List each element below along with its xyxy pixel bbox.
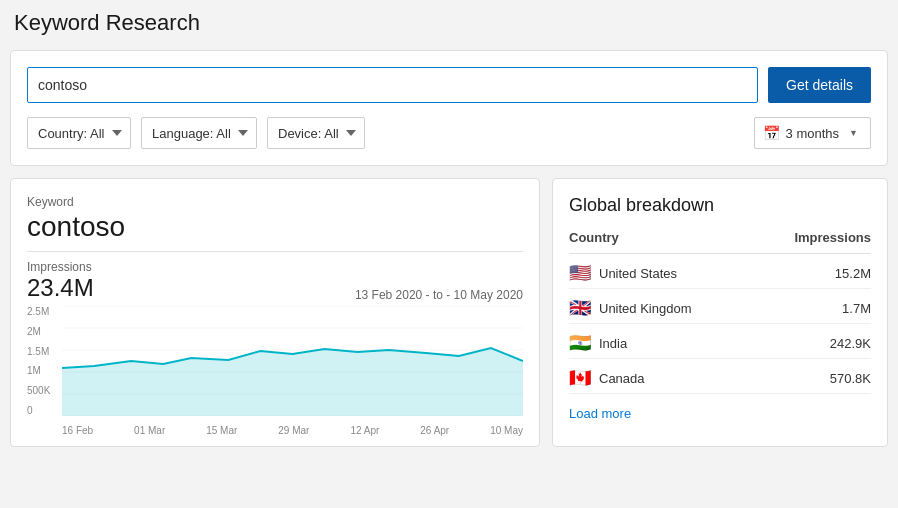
- calendar-icon: 📅: [763, 125, 780, 141]
- keyword-label: Keyword: [27, 195, 523, 209]
- keyword-value: contoso: [27, 211, 523, 243]
- col-impressions: Impressions: [755, 230, 871, 254]
- country-cell: 🇨🇦 Canada: [569, 359, 755, 394]
- flag-icon: 🇨🇦: [569, 369, 591, 387]
- y-label: 1M: [27, 365, 62, 376]
- impressions-cell: 242.9K: [755, 324, 871, 359]
- global-table: Country Impressions 🇺🇸 United States 15.…: [569, 230, 871, 394]
- device-filter[interactable]: Device: All: [267, 117, 365, 149]
- flag-icon: 🇮🇳: [569, 334, 591, 352]
- y-label: 1.5M: [27, 346, 62, 357]
- language-filter[interactable]: Language: All: [141, 117, 257, 149]
- x-label: 12 Apr: [350, 425, 379, 436]
- table-row: 🇨🇦 Canada 570.8K: [569, 359, 871, 394]
- chart-svg: [62, 306, 523, 416]
- keyword-card: Keyword contoso Impressions 23.4M 13 Feb…: [10, 178, 540, 447]
- flag-icon: 🇺🇸: [569, 264, 591, 282]
- date-label: 3 months: [786, 126, 839, 141]
- chart-area: 2.5M 2M 1.5M 1M 500K 0: [27, 306, 523, 436]
- chart-y-labels: 2.5M 2M 1.5M 1M 500K 0: [27, 306, 62, 416]
- table-row: 🇬🇧 United Kingdom 1.7M: [569, 289, 871, 324]
- filter-row: Country: All Language: All Device: All 📅…: [27, 117, 871, 149]
- get-details-button[interactable]: Get details: [768, 67, 871, 103]
- impressions-row: Impressions 23.4M 13 Feb 2020 - to - 10 …: [27, 260, 523, 302]
- country-name: United Kingdom: [599, 301, 692, 316]
- x-label: 16 Feb: [62, 425, 93, 436]
- global-card: Global breakdown Country Impressions 🇺🇸 …: [552, 178, 888, 447]
- search-input[interactable]: [27, 67, 758, 103]
- x-label: 01 Mar: [134, 425, 165, 436]
- country-cell: 🇬🇧 United Kingdom: [569, 289, 755, 324]
- table-row: 🇺🇸 United States 15.2M: [569, 254, 871, 289]
- country-filter[interactable]: Country: All: [27, 117, 131, 149]
- y-label: 2M: [27, 326, 62, 337]
- chart-x-labels: 16 Feb 01 Mar 15 Mar 29 Mar 12 Apr 26 Ap…: [62, 425, 523, 436]
- impressions-block: Impressions 23.4M: [27, 260, 94, 302]
- y-label: 0: [27, 405, 62, 416]
- impressions-value: 23.4M: [27, 274, 94, 302]
- country-name: United States: [599, 266, 677, 281]
- page-title: Keyword Research: [10, 10, 888, 36]
- x-label: 26 Apr: [420, 425, 449, 436]
- impressions-label: Impressions: [27, 260, 94, 274]
- search-card: Get details Country: All Language: All D…: [10, 50, 888, 166]
- chevron-down-icon: ▼: [849, 128, 858, 138]
- impressions-cell: 1.7M: [755, 289, 871, 324]
- bottom-row: Keyword contoso Impressions 23.4M 13 Feb…: [10, 178, 888, 447]
- date-picker[interactable]: 📅 3 months ▼: [754, 117, 871, 149]
- impressions-cell: 15.2M: [755, 254, 871, 289]
- x-label: 10 May: [490, 425, 523, 436]
- y-label: 500K: [27, 385, 62, 396]
- global-title: Global breakdown: [569, 195, 871, 216]
- country-name: Canada: [599, 371, 645, 386]
- country-name: India: [599, 336, 627, 351]
- date-range: 13 Feb 2020 - to - 10 May 2020: [355, 288, 523, 302]
- flag-icon: 🇬🇧: [569, 299, 591, 317]
- load-more-button[interactable]: Load more: [569, 406, 631, 421]
- table-row: 🇮🇳 India 242.9K: [569, 324, 871, 359]
- y-label: 2.5M: [27, 306, 62, 317]
- col-country: Country: [569, 230, 755, 254]
- x-label: 15 Mar: [206, 425, 237, 436]
- search-row: Get details: [27, 67, 871, 103]
- impressions-cell: 570.8K: [755, 359, 871, 394]
- chart-inner: [62, 306, 523, 416]
- country-cell: 🇺🇸 United States: [569, 254, 755, 289]
- divider: [27, 251, 523, 252]
- country-cell: 🇮🇳 India: [569, 324, 755, 359]
- x-label: 29 Mar: [278, 425, 309, 436]
